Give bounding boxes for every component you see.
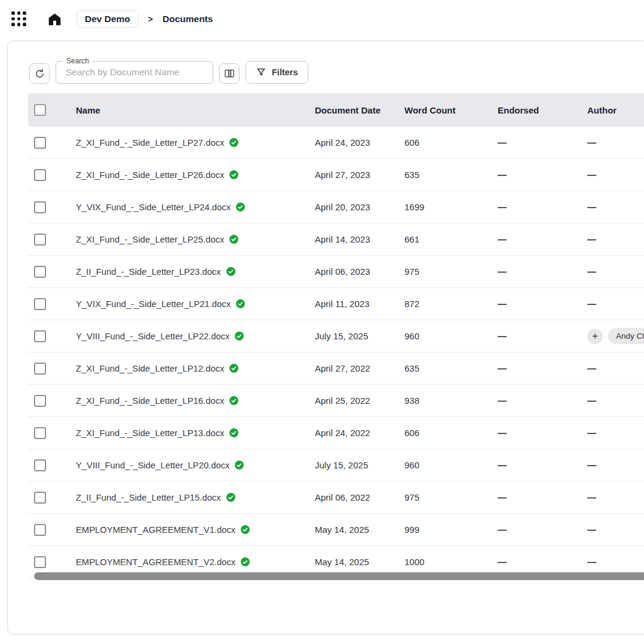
row-checkbox[interactable]: [34, 169, 46, 181]
table-row[interactable]: Y_VIX_Fund_-_Side_Letter_LP21.docxApril …: [28, 288, 644, 320]
document-name[interactable]: Y_VIX_Fund_-_Side_Letter_LP21.docx: [76, 299, 231, 309]
add-author-button[interactable]: +: [587, 329, 603, 344]
author-value: —: [587, 460, 596, 470]
row-checkbox[interactable]: [34, 330, 46, 342]
endorsed-value: —: [498, 331, 506, 341]
author-value: —: [587, 202, 596, 212]
column-header-author[interactable]: Author: [584, 105, 644, 115]
refresh-button[interactable]: [29, 63, 50, 84]
refresh-icon: [34, 68, 45, 79]
document-date: April 06, 2022: [315, 492, 370, 502]
word-count: 938: [404, 395, 419, 406]
endorsed-value: —: [498, 557, 506, 567]
verified-check-badge-icon: [235, 332, 244, 341]
row-checkbox[interactable]: [34, 427, 46, 439]
row-checkbox[interactable]: [34, 266, 46, 278]
endorsed-value: —: [498, 266, 506, 277]
column-settings-button[interactable]: [219, 63, 240, 84]
column-header-document-date[interactable]: Document Date: [315, 105, 404, 115]
table-row[interactable]: Z_XI_Fund_-_Side_Letter_LP27.docxApril 2…: [28, 127, 644, 159]
author-value: —: [587, 428, 596, 438]
document-date: April 24, 2022: [315, 428, 370, 438]
word-count: 999: [404, 525, 419, 535]
table-row[interactable]: Z_XI_Fund_-_Side_Letter_LP25.docxApril 1…: [28, 223, 644, 256]
document-name[interactable]: Z_XI_Fund_-_Side_Letter_LP16.docx: [76, 396, 224, 406]
row-checkbox[interactable]: [34, 363, 46, 375]
endorsed-value: —: [498, 234, 506, 244]
verified-check-badge-icon: [236, 203, 245, 211]
top-bar: Dev Demo > Documents: [11, 8, 213, 30]
table-row[interactable]: Z_II_Fund_-_Side_Letter_LP23.docxApril 0…: [28, 256, 644, 288]
document-name[interactable]: Z_II_Fund_-_Side_Letter_LP23.docx: [76, 267, 221, 277]
verified-check-badge-icon: [241, 557, 250, 566]
row-checkbox[interactable]: [34, 556, 46, 568]
author-value: —: [587, 492, 596, 502]
document-name[interactable]: Z_II_Fund_-_Side_Letter_LP15.docx: [76, 493, 221, 502]
column-header-name[interactable]: Name: [76, 105, 315, 115]
row-checkbox[interactable]: [34, 201, 46, 213]
breadcrumb-root[interactable]: Dev Demo: [76, 10, 139, 28]
table-viewport: Name Document Date Word Count Endorsed A…: [28, 93, 644, 581]
verified-check-badge-icon: [229, 235, 238, 244]
table-header-row: Name Document Date Word Count Endorsed A…: [28, 93, 644, 127]
row-checkbox[interactable]: [34, 298, 46, 310]
document-name[interactable]: Z_XI_Fund_-_Side_Letter_LP26.docx: [76, 170, 224, 180]
document-name[interactable]: Z_XI_Fund_-_Side_Letter_LP25.docx: [76, 235, 224, 244]
document-name[interactable]: Z_XI_Fund_-_Side_Letter_LP12.docx: [76, 364, 224, 373]
horizontal-scrollbar[interactable]: [34, 572, 644, 580]
table-row[interactable]: Z_XI_Fund_-_Side_Letter_LP13.docxApril 2…: [28, 417, 644, 449]
apps-grid-icon[interactable]: [11, 11, 27, 27]
document-name[interactable]: Y_VIII_Fund_-_Side_Letter_LP22.docx: [76, 332, 229, 341]
author-value: —: [587, 170, 596, 180]
search-input[interactable]: [65, 66, 207, 78]
row-checkbox[interactable]: [34, 234, 46, 246]
word-count: 1000: [404, 557, 424, 567]
row-checkbox[interactable]: [34, 395, 46, 407]
author-value: —: [587, 363, 596, 373]
table-row[interactable]: Y_VIX_Fund_-_Side_Letter_LP24.docxApril …: [28, 191, 644, 223]
home-icon[interactable]: [45, 10, 63, 28]
column-header-endorsed[interactable]: Endorsed: [494, 105, 584, 115]
table-row[interactable]: Z_XI_Fund_-_Side_Letter_LP26.docxApril 2…: [28, 159, 644, 191]
author-value: —: [587, 557, 596, 567]
verified-check-badge-icon: [235, 461, 244, 470]
row-checkbox[interactable]: [34, 524, 46, 536]
word-count: 1699: [404, 202, 424, 212]
word-count: 960: [404, 331, 419, 341]
document-name[interactable]: EMPLOYMENT_AGREEMENT_V2.docx: [76, 557, 235, 567]
document-date: April 14, 2023: [315, 234, 370, 244]
endorsed-value: —: [498, 299, 506, 309]
verified-check-badge-icon: [241, 525, 250, 534]
select-all-checkbox[interactable]: [34, 104, 46, 116]
document-date: May 14, 2025: [315, 525, 369, 535]
document-date: April 25, 2022: [315, 395, 370, 406]
row-checkbox[interactable]: [34, 137, 46, 149]
document-name[interactable]: EMPLOYMENT_AGREEMENT_V1.docx: [76, 525, 235, 535]
column-header-word-count[interactable]: Word Count: [404, 105, 494, 115]
author-chip[interactable]: Andy Chian: [608, 328, 644, 344]
table-row[interactable]: Y_VIII_Fund_-_Side_Letter_LP22.docxJuly …: [28, 320, 644, 352]
table-row[interactable]: Y_VIII_Fund_-_Side_Letter_LP20.docxJuly …: [28, 449, 644, 482]
author-value: —: [587, 137, 596, 148]
filters-button[interactable]: Filters: [246, 61, 308, 84]
document-name[interactable]: Z_XI_Fund_-_Side_Letter_LP13.docx: [76, 428, 224, 438]
document-name[interactable]: Z_XI_Fund_-_Side_Letter_LP27.docx: [76, 138, 224, 148]
document-name[interactable]: Y_VIX_Fund_-_Side_Letter_LP24.docx: [76, 203, 231, 212]
breadcrumb-separator-icon: >: [148, 14, 153, 24]
word-count: 872: [404, 299, 419, 309]
row-checkbox[interactable]: [34, 459, 46, 471]
documents-panel: Search Filters N: [7, 41, 644, 634]
document-name[interactable]: Y_VIII_Fund_-_Side_Letter_LP20.docx: [76, 461, 229, 470]
verified-check-badge-icon: [229, 396, 238, 405]
table-row[interactable]: EMPLOYMENT_AGREEMENT_V1.docxMay 14, 2025…: [28, 514, 644, 546]
document-date: April 20, 2023: [315, 202, 370, 212]
documents-table: Name Document Date Word Count Endorsed A…: [28, 93, 644, 581]
table-row[interactable]: Z_XI_Fund_-_Side_Letter_LP16.docxApril 2…: [28, 385, 644, 417]
table-row[interactable]: Z_II_Fund_-_Side_Letter_LP15.docxApril 0…: [28, 482, 644, 514]
table-row[interactable]: Z_XI_Fund_-_Side_Letter_LP12.docxApril 2…: [28, 352, 644, 385]
document-date: May 14, 2025: [315, 557, 369, 567]
word-count: 960: [404, 460, 419, 470]
endorsed-value: —: [498, 395, 506, 406]
table-body: Z_XI_Fund_-_Side_Letter_LP27.docxApril 2…: [28, 127, 644, 581]
row-checkbox[interactable]: [34, 492, 46, 504]
